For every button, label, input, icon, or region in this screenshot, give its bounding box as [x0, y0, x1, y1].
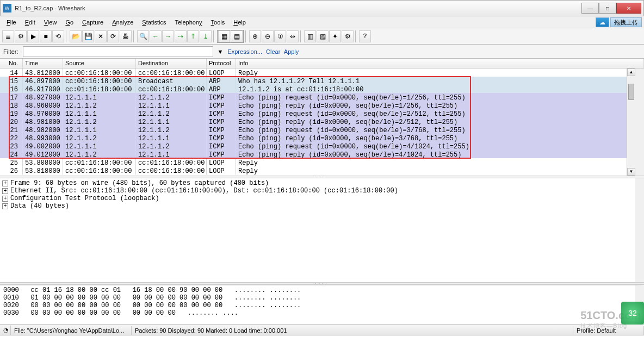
table-row[interactable]: 1443.812000cc:00:16:18:00:00cc:00:16:18:…: [0, 68, 635, 77]
col-no[interactable]: No.: [0, 59, 23, 68]
expand-icon[interactable]: +: [2, 188, 8, 194]
save-file-icon[interactable]: 💾: [82, 30, 94, 42]
menu-telephony[interactable]: Telephony: [170, 18, 206, 27]
go-to-packet-icon[interactable]: ⇢: [175, 30, 187, 42]
menu-view[interactable]: View: [40, 18, 61, 27]
menu-tools[interactable]: Tools: [207, 18, 230, 27]
expand-icon[interactable]: +: [2, 180, 8, 186]
zoom-out-icon[interactable]: ⊖: [262, 30, 274, 42]
scroll-thumb[interactable]: [628, 84, 634, 100]
resize-columns-icon[interactable]: ⇔: [287, 30, 299, 42]
table-row[interactable]: 2048.98100012.1.1.212.1.1.1ICMPEcho (pin…: [0, 117, 635, 126]
col-time[interactable]: Time: [23, 59, 63, 68]
expert-info-icon[interactable]: ◔: [0, 326, 11, 335]
interfaces-icon[interactable]: ≣: [2, 30, 14, 42]
packet-list-header: No. Time Source Destination Protocol Inf…: [0, 59, 644, 68]
options-icon[interactable]: ⚙: [15, 30, 27, 42]
tree-item[interactable]: +Configuration Test Protocol (loopback): [2, 195, 633, 202]
hex-row[interactable]: 0020 00 00 00 00 00 00 00 00 00 00 00 00…: [3, 302, 632, 309]
status-stats: Packets: 90 Displayed: 90 Marked: 0 Load…: [132, 326, 573, 335]
go-forward-icon[interactable]: →: [162, 30, 174, 42]
apply-link[interactable]: Apply: [284, 48, 299, 55]
scroll-up-icon[interactable]: ▲: [627, 68, 635, 76]
table-row[interactable]: 1546.897000cc:00:16:18:00:00BroadcastARP…: [0, 77, 635, 85]
titlebar: W R1_to_R2.cap - Wireshark — □ ✕: [0, 0, 644, 16]
menu-edit[interactable]: Edit: [21, 18, 40, 27]
stop-capture-icon[interactable]: ■: [40, 30, 52, 42]
status-profile[interactable]: Profile: Default: [573, 326, 644, 335]
menu-analyze[interactable]: Analyze: [108, 18, 138, 27]
expand-icon[interactable]: +: [2, 203, 8, 209]
close-file-icon[interactable]: ✕: [95, 30, 107, 42]
scroll-down-icon[interactable]: ▼: [627, 168, 635, 176]
restart-capture-icon[interactable]: ⟲: [52, 30, 64, 42]
colorize-icon[interactable]: ▦: [218, 30, 230, 42]
status-file: File: "C:\Users\Yonghao Ye\AppData\Lo...: [11, 326, 132, 335]
table-row[interactable]: 2248.99300012.1.1.212.1.1.1ICMPEcho (pin…: [0, 134, 635, 142]
capture-filters-icon[interactable]: ▥: [304, 30, 316, 42]
display-filters-icon[interactable]: ▨: [317, 30, 329, 42]
preferences-icon[interactable]: ⚙: [342, 30, 354, 42]
reload-icon[interactable]: ⟳: [107, 30, 119, 42]
coloring-rules-icon[interactable]: ✦: [329, 30, 341, 42]
table-row[interactable]: 1646.917000cc:01:16:18:00:00cc:00:16:18:…: [0, 85, 635, 93]
tree-item[interactable]: +Data (40 bytes): [2, 202, 633, 210]
table-row[interactable]: 1748.92700012.1.1.112.1.1.2ICMPEcho (pin…: [0, 93, 635, 101]
splitter-1[interactable]: [0, 176, 644, 178]
print-icon[interactable]: 🖶: [120, 30, 132, 42]
hex-row[interactable]: 0000 cc 01 16 18 00 00 cc 01 16 18 00 00…: [3, 286, 632, 294]
menu-file[interactable]: File: [2, 18, 21, 27]
maximize-button[interactable]: □: [599, 3, 616, 14]
window-title: R1_to_R2.cap - Wireshark: [15, 5, 581, 11]
expand-icon[interactable]: +: [2, 196, 8, 202]
expression-link[interactable]: Expression...: [227, 48, 262, 55]
hex-row[interactable]: 0010 01 00 00 00 00 00 00 00 00 00 00 00…: [3, 294, 632, 302]
find-icon[interactable]: 🔍: [137, 30, 149, 42]
menu-capture[interactable]: Capture: [78, 18, 108, 27]
menu-statistics[interactable]: Statistics: [138, 18, 170, 27]
table-row[interactable]: 2553.808000cc:01:16:18:00:00cc:01:16:18:…: [0, 158, 635, 166]
go-first-icon[interactable]: ⤒: [187, 30, 199, 42]
minimize-button[interactable]: —: [581, 3, 599, 14]
col-protocol[interactable]: Protocol: [207, 59, 236, 68]
clear-link[interactable]: Clear: [266, 48, 280, 55]
table-row[interactable]: 1948.97000012.1.1.112.1.1.2ICMPEcho (pin…: [0, 109, 635, 117]
open-file-icon[interactable]: 📂: [70, 30, 82, 42]
col-destination[interactable]: Destination: [136, 59, 207, 68]
drag-upload-button[interactable]: 拖拽上传: [610, 17, 642, 27]
status-bar: ◔ File: "C:\Users\Yonghao Ye\AppData\Lo.…: [0, 324, 644, 336]
filter-label: Filter:: [3, 48, 18, 55]
tree-item[interactable]: +Frame 9: 60 bytes on wire (480 bits), 6…: [2, 179, 633, 187]
app-icon: W: [3, 4, 11, 13]
menubar: File Edit View Go Capture Analyze Statis…: [0, 16, 644, 28]
table-row[interactable]: 2449.01200012.1.1.212.1.1.1ICMPEcho (pin…: [0, 150, 635, 158]
zoom-reset-icon[interactable]: ①: [274, 30, 286, 42]
table-row[interactable]: 1848.96000012.1.1.212.1.1.1ICMPEcho (pin…: [0, 101, 635, 109]
cloud-button[interactable]: ☁: [596, 17, 609, 27]
help-icon[interactable]: ？: [359, 30, 371, 42]
filter-dropdown-icon[interactable]: ▼: [215, 48, 226, 55]
go-back-icon[interactable]: ←: [150, 30, 162, 42]
go-last-icon[interactable]: ⤓: [200, 30, 212, 42]
hex-row[interactable]: 0030 00 00 00 00 00 00 00 00 00 00 00 00…: [3, 309, 632, 317]
col-source[interactable]: Source: [63, 59, 136, 68]
packet-list-pane[interactable]: ▲ ▼ 1443.812000cc:00:16:18:00:00cc:00:16…: [0, 68, 644, 176]
tree-item[interactable]: +Ethernet II, Src: cc:01:16:18:00:00 (cc…: [2, 187, 633, 195]
toolbar: ≣ ⚙ ▶ ■ ⟲ 📂 💾 ✕ ⟳ 🖶 🔍 ← → ⇢ ⤒ ⤓ ▦ ▤ ⊕ ⊖ …: [0, 28, 644, 45]
badge-icon: 32: [621, 302, 644, 325]
splitter-2[interactable]: [0, 282, 644, 285]
close-button[interactable]: ✕: [616, 3, 641, 14]
table-row[interactable]: 2148.98200012.1.1.112.1.1.2ICMPEcho (pin…: [0, 126, 635, 134]
packet-bytes-pane[interactable]: 0000 cc 01 16 18 00 00 cc 01 16 18 00 00…: [0, 285, 644, 324]
auto-scroll-icon[interactable]: ▤: [231, 30, 243, 42]
filter-bar: Filter: ▼ Expression... Clear Apply: [0, 45, 644, 59]
col-info[interactable]: Info: [236, 59, 644, 68]
zoom-in-icon[interactable]: ⊕: [249, 30, 261, 42]
table-row[interactable]: 2653.818000cc:00:16:18:00:00cc:00:16:18:…: [0, 166, 635, 174]
menu-go[interactable]: Go: [61, 18, 78, 27]
start-capture-icon[interactable]: ▶: [27, 30, 39, 42]
filter-input[interactable]: [23, 46, 213, 57]
table-row[interactable]: 2349.00200012.1.1.112.1.1.2ICMPEcho (pin…: [0, 142, 635, 150]
menu-help[interactable]: Help: [229, 18, 250, 27]
packet-details-pane[interactable]: +Frame 9: 60 bytes on wire (480 bits), 6…: [0, 178, 644, 282]
